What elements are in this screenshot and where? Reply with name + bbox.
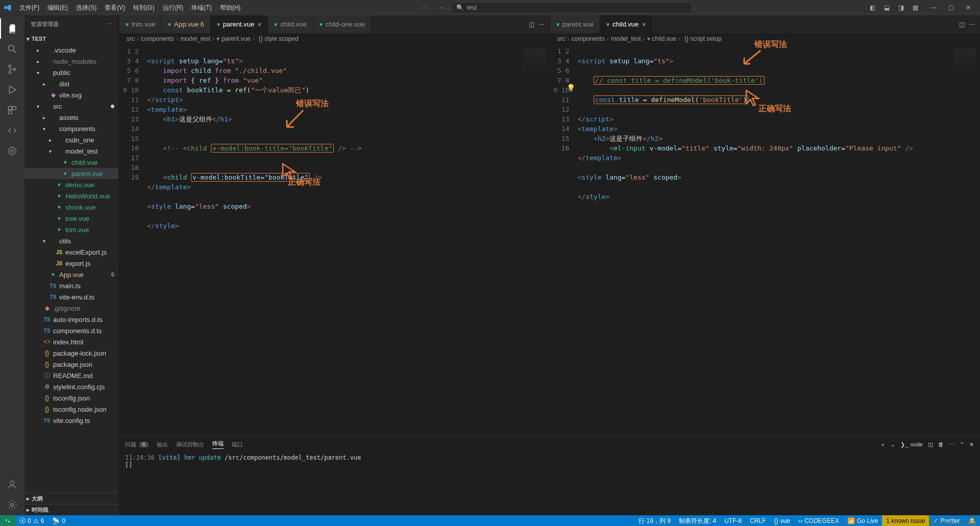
tab-child-one-vue[interactable]: ▾child-one.vue [313,15,372,33]
tab-split-icon[interactable]: ◫ [529,21,534,28]
tree-item-stylelint-config-cjs[interactable]: ⚙stylelint.config.cjs [24,381,118,392]
menu-go[interactable]: 转到(G) [129,0,158,15]
terminal-trash-icon[interactable]: 🗑 [938,441,944,447]
tree-item-app-vue[interactable]: ▾App.vue6 [24,269,118,280]
breadcrumb[interactable]: parent.vue [222,35,251,42]
breadcrumbs-right[interactable]: src› components› model_test› ▾ child.vue… [550,33,981,44]
tab-child-vue[interactable]: ▾child.vue [268,15,313,33]
tree-item-shrink-vue[interactable]: ▾shrink.vue [24,202,118,213]
sidebar-more-icon[interactable]: ⋯ [107,21,112,28]
status-tabsize[interactable]: 制表符长度: 4 [675,515,720,526]
tree-item-dist[interactable]: ▸dist [24,78,118,89]
activity-explorer-icon[interactable] [0,18,24,39]
tab-parent-vue[interactable]: ▾parent.vue [550,15,600,33]
activity-extensions-icon[interactable] [0,100,24,120]
breadcrumb[interactable]: {} script setup [684,35,722,42]
panel-tab-output[interactable]: 输出 [157,441,168,448]
tab-child-vue[interactable]: ▾child.vue× [600,15,653,33]
close-icon[interactable]: × [642,20,646,29]
activity-account-icon[interactable] [0,474,24,495]
layout-right-icon[interactable]: ◨ [894,1,908,14]
tab-app-vue[interactable]: ▾App.vue 6 [162,15,211,33]
close-icon[interactable]: × [257,20,261,29]
status-language[interactable]: {}vue [770,515,794,526]
panel-tab-terminal[interactable]: 终端 [212,440,224,449]
status-remote-icon[interactable] [0,515,15,526]
activity-git-icon[interactable] [0,59,24,80]
tab-more-icon[interactable]: ⋯ [538,21,545,28]
tree-item-package-lock-json[interactable]: {}package-lock.json [24,347,118,359]
tree-item-tsconfig-node-json[interactable]: {}tsconfig.node.json [24,404,118,415]
layout-left-icon[interactable]: ◧ [866,1,879,14]
terminal-dropdown-icon[interactable]: ⌄ [891,441,895,448]
window-maximize-icon[interactable]: ▢ [942,0,960,15]
tree-item-model-test[interactable]: ▾model_test [24,145,118,157]
tree-item-vite-config-ts[interactable]: TSvite.config.ts [24,415,118,426]
tree-item-utils[interactable]: ▾utils [24,235,118,246]
tree-item-demo-vue[interactable]: ▾demo.vue [24,179,118,190]
activity-codegeex-icon[interactable] [0,120,24,141]
breadcrumb[interactable]: components [572,35,605,42]
layout-bottom-icon[interactable]: ⬓ [880,1,893,14]
menu-view[interactable]: 查看(V) [101,0,129,15]
tree-item-package-json[interactable]: {}package.json [24,359,118,370]
tab-more-icon[interactable]: ⋯ [969,21,975,28]
tree-item-src[interactable]: ▾src [24,101,118,112]
tree-item-node-modules[interactable]: ▸node_modules [24,56,118,67]
tree-item--vscode[interactable]: ▸.vscode [24,44,118,56]
outline-header[interactable]: ▸ 大纲 [24,493,118,504]
panel-tab-problems[interactable]: 问题 6 [125,441,149,448]
tree-item-export-js[interactable]: JSexport.js [24,258,118,269]
tree-item-vite-env-d-ts[interactable]: TSvite-env.d.ts [24,291,118,303]
code-editor-right[interactable]: 1 2 3 4 5 6 7 8 9 10 11 12 13 14 15 16 <… [550,44,981,436]
status-ports[interactable]: 📡0 [48,515,69,526]
minimap[interactable] [949,44,980,436]
terminal-more-icon[interactable]: ⋯ [949,441,954,448]
tree-item-helloworld-vue[interactable]: ▾HelloWorld.vue [24,190,118,202]
breadcrumb[interactable]: src [127,35,135,42]
terminal-maximize-icon[interactable]: ⌃ [960,441,964,448]
window-close-icon[interactable]: ✕ [960,0,977,15]
activity-settings-icon[interactable] [0,495,24,515]
tree-item-tsconfig-json[interactable]: {}tsconfig.json [24,392,118,404]
panel-tab-ports[interactable]: 端口 [232,441,243,448]
menu-terminal[interactable]: 终端(T) [187,0,215,15]
terminal-name[interactable]: ❯_node [900,441,923,448]
tree-item-components-d-ts[interactable]: TScomponents.d.ts [24,325,118,336]
tree-item-readme-md[interactable]: ⓘREADME.md [24,370,118,381]
tree-item-components[interactable]: ▾components [24,123,118,134]
menu-help[interactable]: 帮助(H) [216,0,245,15]
tab-split-icon[interactable]: ◫ [959,21,965,28]
tree-item-vite-svg[interactable]: ◆vite.svg [24,89,118,101]
menu-file[interactable]: 文件(F) [15,0,43,15]
terminal-body[interactable]: 11:24:36 [vite] hmr update /src/componen… [119,452,980,515]
code-editor-left[interactable]: 1 2 3 4 5 6 7 8 9 10 11 12 13 14 15 16 1… [119,44,550,436]
tree-item-main-ts[interactable]: TSmain.ts [24,280,118,291]
breadcrumb[interactable]: src [557,35,566,42]
breadcrumb[interactable]: components [141,35,174,42]
terminal-new-icon[interactable]: ＋ [880,441,886,448]
tab-parent-vue[interactable]: ▾parent.vue× [211,15,268,33]
status-codegeex[interactable]: ‹›CODEGEEX [794,515,843,526]
lightbulb-icon[interactable]: 💡 [567,83,575,93]
breadcrumb[interactable]: model_test [180,35,210,42]
tree-item-excelexport-js[interactable]: JSexcelExport.js [24,246,118,258]
tree-item-tree-vue[interactable]: ▾tree.vue [24,213,118,224]
menu-edit[interactable]: 编辑(E) [43,0,72,15]
menu-select[interactable]: 选择(S) [72,0,101,15]
project-header[interactable]: ▾ TEST [24,33,118,44]
status-golive[interactable]: 📶Go Live [843,515,882,526]
tab-trim-vue[interactable]: ▾trim.vue [119,15,162,33]
activity-search-icon[interactable] [0,39,24,59]
breadcrumb[interactable]: model_test [611,35,641,42]
nav-forward-icon[interactable]: → [435,2,448,14]
tree-item--gitignore[interactable]: ◆.gitignore [24,303,118,314]
breadcrumb[interactable]: child.vue [652,35,676,42]
status-errors[interactable]: ⓧ0 ⚠6 [15,515,48,526]
status-lncol[interactable]: 行 19，列 9 [634,515,675,526]
tree-item-trim-vue[interactable]: ▾trim.vue [24,224,118,235]
timeline-header[interactable]: ▸ 时间线 [24,504,118,515]
activity-ai-icon[interactable] [0,141,24,161]
terminal-split-icon[interactable]: ◫ [928,441,933,448]
status-eol[interactable]: CRLF [746,515,770,526]
